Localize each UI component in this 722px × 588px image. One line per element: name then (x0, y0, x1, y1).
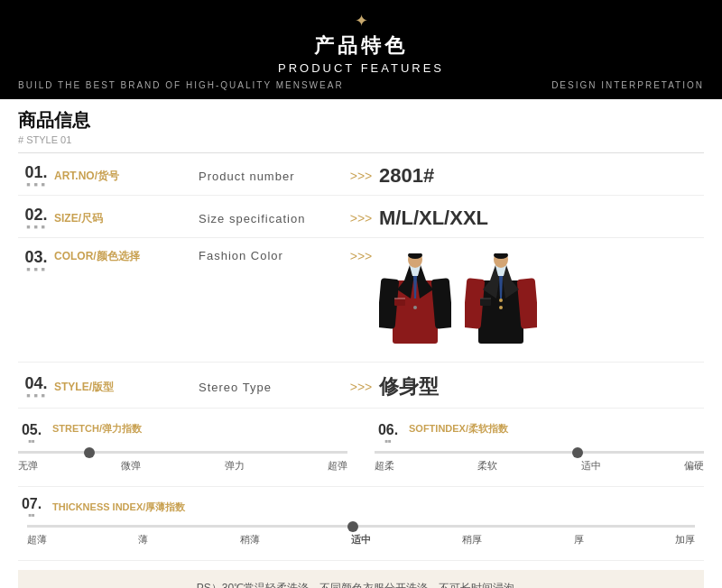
row-arrow-01: >>> (343, 169, 379, 183)
header-subtitle: BUILD THE BEST BRAND OF HIGH-QUALITY MEN… (0, 80, 722, 90)
stretch-header: 05. ■■ STRETCH/弹力指数 (18, 422, 347, 444)
row-arrow-04: >>> (343, 380, 379, 394)
stretch-block: 05. ■■ STRETCH/弹力指数 无弹 微弹 弹力 超弹 (18, 413, 347, 473)
row-label-03: COLOR/颜色选择 (54, 249, 199, 264)
svg-rect-9 (394, 299, 405, 306)
row-label-01: ART.NO/货号 (54, 169, 199, 184)
style-label: # STYLE 01 (18, 134, 704, 145)
row-value-01: 2801# (379, 164, 704, 188)
thickness-header: 07. ■■ THICKNESS INDEX/厚薄指数 (18, 496, 704, 518)
thickness-section: 07. ■■ THICKNESS INDEX/厚薄指数 超薄 薄 稍薄 适中 稍… (18, 487, 704, 561)
header-subtitle-right: DESIGN INTERPRETATION (551, 80, 704, 90)
row-style: 04. ■ ■ ■ STYLE/版型 Stereo Type >>> 修身型 (18, 363, 704, 409)
svg-point-22 (499, 299, 503, 302)
section-title: 商品信息 (18, 108, 704, 133)
header-title-en: PRODUCT FEATURES (0, 61, 722, 75)
row-value-03 (379, 249, 704, 353)
header-subtitle-left: BUILD THE BEST BRAND OF HIGH-QUALITY MEN… (18, 80, 344, 90)
row-value-04: 修身型 (379, 373, 704, 400)
softindex-header: 06. ■■ SOFTINDEX/柔软指数 (375, 422, 704, 444)
stretch-labels: 无弹 微弹 弹力 超弹 (18, 459, 347, 473)
row-arrow-02: >>> (343, 211, 379, 225)
row-desc-03: Fashion Color (199, 249, 343, 262)
stretch-thumb (84, 447, 95, 458)
ps-note: PS）30℃常温轻柔洗涤，不同颜色衣服分开洗涤，不可长时间浸泡。 (18, 570, 704, 588)
row-value-02: M/L/XL/XXL (379, 207, 704, 230)
svg-rect-23 (480, 299, 491, 306)
row-arrow-03: >>> (343, 249, 379, 263)
softindex-num: 06. ■■ (375, 422, 402, 444)
stretch-num: 05. ■■ (18, 422, 45, 444)
main-content: 商品信息 # STYLE 01 01. ■ ■ ■ ART.NO/货号 Prod… (0, 99, 722, 588)
header-title-cn: 产品特色 (0, 32, 722, 60)
row-desc-04: Stereo Type (199, 381, 343, 394)
svg-point-21 (499, 306, 503, 309)
stretch-track (18, 451, 347, 454)
page-header: ✦ 产品特色 PRODUCT FEATURES BUILD THE BEST B… (0, 0, 722, 99)
row-desc-02: Size specification (199, 212, 343, 225)
color-images (379, 249, 704, 353)
softindex-block: 06. ■■ SOFTINDEX/柔软指数 超柔 柔软 适中 偏硬 (347, 413, 704, 473)
row-num-01: 01. ■ ■ ■ (18, 164, 54, 188)
thickness-labels: 超薄 薄 稍薄 适中 稍厚 厚 加厚 (27, 533, 695, 547)
jacket-red-black (379, 253, 451, 348)
sliders-section: 05. ■■ STRETCH/弹力指数 无弹 微弹 弹力 超弹 06. (18, 413, 704, 487)
thickness-slider-area: 超薄 薄 稍薄 适中 稍厚 厚 加厚 (18, 525, 704, 547)
svg-point-8 (413, 306, 417, 309)
jacket-black-red (465, 253, 537, 348)
thickness-track (27, 525, 695, 528)
row-label-04: STYLE/版型 (54, 380, 199, 395)
thickness-num: 07. ■■ (18, 496, 45, 518)
header-icon: ✦ (0, 11, 722, 31)
softindex-labels: 超柔 柔软 适中 偏硬 (375, 459, 704, 473)
thickness-thumb (347, 521, 358, 532)
row-size: 02. ■ ■ ■ SIZE/尺码 Size specification >>>… (18, 196, 704, 238)
row-num-02: 02. ■ ■ ■ (18, 207, 54, 230)
row-color: 03. ■ ■ ■ COLOR/颜色选择 Fashion Color >>> (18, 238, 704, 363)
row-product-number: 01. ■ ■ ■ ART.NO/货号 Product number >>> 2… (18, 153, 704, 196)
row-num-04: 04. ■ ■ ■ (18, 375, 54, 399)
softindex-track (375, 451, 704, 454)
softindex-thumb (572, 447, 583, 458)
thickness-label: THICKNESS INDEX/厚薄指数 (52, 501, 185, 514)
row-desc-01: Product number (199, 170, 343, 183)
row-num-03: 03. ■ ■ ■ (18, 249, 54, 272)
stretch-label: STRETCH/弹力指数 (52, 422, 142, 436)
row-label-02: SIZE/尺码 (54, 211, 199, 226)
softindex-label: SOFTINDEX/柔软指数 (409, 422, 508, 436)
